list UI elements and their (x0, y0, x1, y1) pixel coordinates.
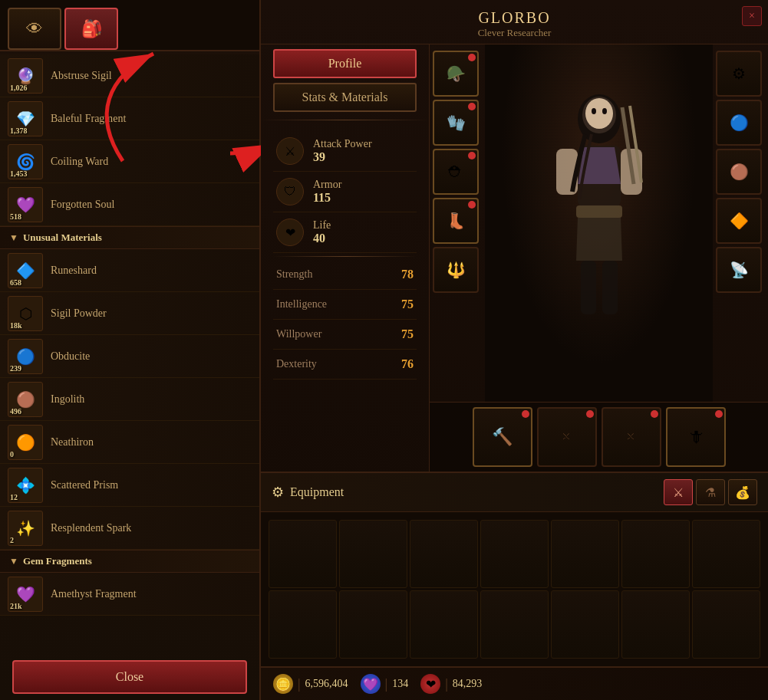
close-x-button[interactable]: × (742, 6, 762, 26)
currency-red: ❤ | 84,293 (420, 674, 482, 694)
equip-tab-potion[interactable]: ⚗ (696, 479, 725, 505)
list-item[interactable]: 🟤 496 Ingolith (0, 378, 259, 421)
slot-indicator (468, 152, 476, 159)
list-item[interactable]: 🔷 658 Runeshard (0, 249, 259, 292)
equip-cell[interactable] (339, 520, 407, 588)
gear-slot-gloves[interactable]: 🧤 (433, 100, 479, 146)
stat-info: Armor 115 (313, 179, 341, 205)
equip-cell[interactable] (410, 590, 478, 659)
character-svg (522, 92, 676, 337)
close-button[interactable]: Close (12, 660, 247, 694)
equip-cell[interactable] (551, 590, 619, 659)
life-icon: ❤ (276, 219, 304, 246)
right-content: Profile Stats & Materials ⚔ Attack Power… (261, 44, 768, 472)
left-panel: 👁 🎒 🔮 1,026 (0, 0, 261, 700)
equip-cell[interactable] (269, 520, 337, 588)
equip-cell[interactable] (480, 590, 549, 659)
inventory-list[interactable]: 🔮 1,026 Abstruse Sigil 💎 1,378 Baleful F… (0, 51, 259, 654)
stat-attack-power: ⚔ Attack Power 39 (273, 131, 417, 172)
bag2-icon: 💰 (735, 485, 750, 500)
section-arrow-icon: ▼ (9, 232, 18, 244)
char-header: GLORBO Clever Researcher (261, 0, 768, 44)
item-count: 21k (10, 602, 22, 610)
svg-point-11 (585, 98, 613, 129)
stat-strength: Strength 78 (273, 260, 417, 290)
gear-slot-chest[interactable]: ⛑ (433, 149, 479, 195)
gear-slot-head[interactable]: 🪖 (433, 51, 479, 97)
slot-indicator (468, 103, 476, 110)
item-count: 12 (10, 493, 18, 501)
list-item[interactable]: 💎 1,378 Baleful Fragment (0, 97, 259, 140)
item-icon-ingolith: 🟤 496 (8, 382, 43, 417)
equipment-tabs: ⚔ ⚗ 💰 (664, 479, 757, 505)
item-icon-abstruse: 🔮 1,026 (8, 58, 43, 94)
equip-cell[interactable] (621, 590, 690, 659)
gear-slot-ring2[interactable]: 🟤 (716, 149, 762, 195)
boots-icon: 👢 (447, 212, 466, 230)
weapon-slot-3[interactable]: ⛌ (602, 407, 661, 467)
section-header-text: Unusual Materials (23, 232, 102, 244)
list-item[interactable]: 💜 518 Forgotten Soul (0, 183, 259, 226)
stat-willpower: Willpower 75 (273, 320, 417, 350)
equip-cell[interactable] (410, 520, 478, 588)
list-item[interactable]: ⬡ 18k Sigil Powder (0, 292, 259, 335)
weapon-slot-2[interactable]: ⛌ (537, 407, 597, 467)
item-icon-resplendent-spark: ✨ 2 (8, 511, 43, 546)
list-item[interactable]: 🔵 239 Obducite (0, 335, 259, 378)
equip-cell[interactable] (480, 520, 549, 588)
tab-inventory[interactable]: 🎒 (64, 8, 118, 50)
char-and-gear: 🪖 🧤 ⛑ 👢 (430, 44, 768, 402)
char-figure (522, 92, 676, 355)
tab-eye[interactable]: 👁 (8, 8, 61, 50)
item-icon-runeshard: 🔷 658 (8, 253, 43, 288)
gear-slot-accessory1[interactable]: 🔱 (433, 247, 479, 293)
list-item[interactable]: 💠 12 Scattered Prism (0, 464, 259, 507)
equip-cell[interactable] (692, 590, 760, 659)
list-item[interactable]: 🟠 0 Neathiron (0, 421, 259, 464)
item-name: Forgotten Soul (51, 199, 114, 211)
stat-intelligence: Intelligence 75 (273, 290, 417, 320)
slot-indicator (468, 54, 476, 61)
tab-profile[interactable]: Profile (273, 49, 417, 78)
equip-cell[interactable] (692, 520, 760, 588)
gear-slot-offhand[interactable]: 📡 (716, 247, 762, 293)
svg-rect-5 (576, 205, 622, 218)
gold-icon: 🪙 (273, 674, 293, 694)
weapon-slot-4[interactable]: 🗡 (666, 407, 726, 467)
item-name: Abstruse Sigil (51, 70, 112, 82)
equip-cell[interactable] (269, 590, 337, 659)
item-count: 1,026 (10, 84, 28, 92)
blue-value: 134 (392, 678, 408, 690)
item-icon-obducite: 🔵 239 (8, 339, 43, 374)
red-value: 84,293 (453, 678, 483, 690)
item-name: Amethyst Fragment (51, 588, 137, 600)
list-item[interactable]: 🌀 1,453 Coiling Ward (0, 140, 259, 183)
item-count: 518 (10, 212, 21, 221)
list-item[interactable]: 💜 21k Amethyst Fragment (0, 573, 259, 616)
svg-point-13 (602, 108, 607, 114)
accessory-icon: 🔱 (447, 261, 466, 279)
bottom-bar: 🪙 | 6,596,404 💜 | 134 ❤ | 84,293 (261, 666, 768, 700)
gear-slot-boots[interactable]: 👢 (433, 198, 479, 244)
gear-slot-amulet[interactable]: 🔵 (716, 100, 762, 146)
blue-currency-icon: 💜 (361, 674, 381, 694)
tab-stats-materials[interactable]: Stats & Materials (273, 83, 417, 112)
slot-indicator (651, 410, 658, 418)
list-item[interactable]: ✨ 2 Resplendent Spark (0, 507, 259, 550)
gear-slot-ring1[interactable]: ⚙ (716, 51, 762, 97)
currency-separator: | (385, 676, 388, 692)
svg-rect-7 (581, 261, 596, 314)
equip-cell[interactable] (339, 590, 407, 659)
slot-indicator (522, 410, 529, 418)
equip-tab-bag[interactable]: 💰 (728, 479, 757, 505)
gear-slot-legs[interactable]: 🔶 (716, 198, 762, 244)
list-item[interactable]: 🔮 1,026 Abstruse Sigil (0, 54, 259, 97)
divider (261, 120, 429, 120)
equip-tab-combat[interactable]: ⚔ (664, 479, 693, 505)
equip-cell[interactable] (621, 520, 690, 588)
equip-cell[interactable] (551, 520, 619, 588)
weapon-slot-1[interactable]: 🔨 (473, 407, 532, 467)
stat-armor: 🛡 Armor 115 (273, 172, 417, 212)
strength-value: 78 (401, 268, 414, 281)
dagger-icon: 🗡 (687, 427, 704, 447)
